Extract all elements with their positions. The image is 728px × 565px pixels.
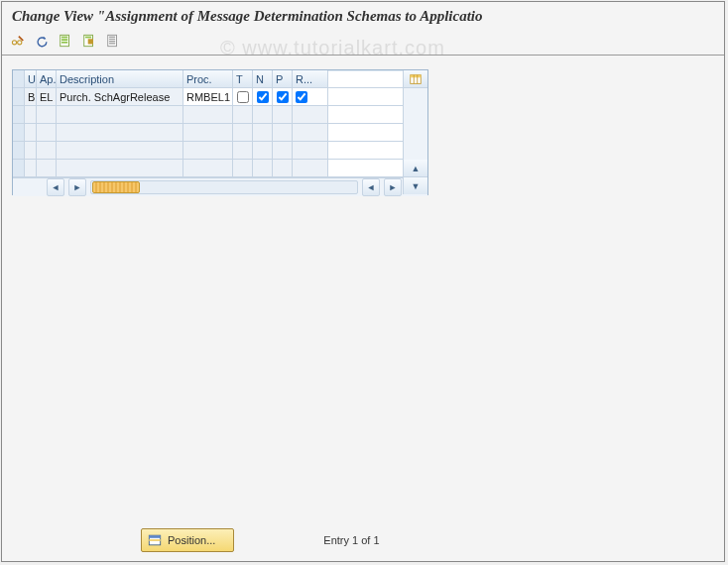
cell-ap: EL (37, 88, 57, 105)
svg-rect-15 (411, 74, 422, 77)
row-head-corner[interactable] (13, 70, 25, 87)
svg-rect-7 (85, 37, 91, 39)
hscroll-left-button[interactable]: ◄ (47, 178, 64, 196)
col-description[interactable]: Description (57, 70, 183, 87)
hscroll-right-button[interactable]: ► (68, 178, 86, 196)
page-title: Change View "Assignment of Message Deter… (2, 2, 724, 29)
svg-rect-13 (109, 43, 115, 44)
cell-t[interactable] (233, 88, 253, 105)
col-r[interactable]: R... (293, 70, 328, 87)
grid-inner: U Ap. Description Proc. T N P R... B EL … (13, 70, 427, 194)
hscroll-left2-button[interactable]: ◄ (362, 178, 380, 196)
undo-button[interactable] (32, 31, 52, 51)
svg-rect-10 (109, 37, 115, 38)
position-button-label: Position... (168, 534, 215, 546)
svg-rect-12 (109, 41, 115, 42)
table-settings-icon (409, 72, 423, 86)
table-row-empty (13, 106, 427, 124)
cell-r[interactable] (293, 88, 328, 105)
entry-status: Entry 1 of 1 (323, 534, 379, 546)
row-selector[interactable] (13, 142, 25, 159)
col-proc[interactable]: Proc. (183, 70, 233, 87)
grid-header-row: U Ap. Description Proc. T N P R... (13, 70, 427, 88)
cell-description: Purch. SchAgrRelease (57, 88, 183, 105)
vscroll-down-button[interactable]: ▼ (404, 177, 427, 194)
svg-point-1 (18, 41, 22, 45)
row-selector[interactable] (13, 124, 25, 141)
hscroll-track[interactable] (90, 180, 358, 194)
hscroll-thumb[interactable] (92, 181, 140, 193)
checkbox-r[interactable] (296, 91, 307, 103)
col-u[interactable]: U (25, 70, 37, 87)
grid-hscroll: ◄ ► ◄ ► (13, 177, 427, 196)
cell-p[interactable] (273, 88, 293, 105)
row-selector[interactable] (13, 88, 25, 105)
form-save-icon (82, 34, 96, 48)
data-grid: U Ap. Description Proc. T N P R... B EL … (12, 69, 428, 195)
col-p[interactable]: P (273, 70, 293, 87)
svg-rect-8 (88, 39, 93, 44)
select-all-button[interactable] (56, 31, 75, 51)
toolbar (2, 29, 724, 56)
checkbox-t[interactable] (237, 91, 249, 103)
table-row[interactable]: B EL Purch. SchAgrRelease RMBEL1 (13, 88, 427, 106)
app-viewport: Change View "Assignment of Message Deter… (1, 1, 725, 562)
svg-rect-4 (61, 39, 67, 41)
table-row-empty (13, 124, 427, 142)
row-selector[interactable] (13, 160, 25, 176)
deselect-all-button[interactable] (103, 31, 123, 51)
svg-rect-17 (149, 535, 160, 538)
checkbox-p[interactable] (277, 91, 289, 103)
vscroll-up-button[interactable]: ▲ (404, 160, 427, 177)
col-t[interactable]: T (233, 70, 253, 87)
col-ap[interactable]: Ap. (37, 70, 57, 87)
save-button[interactable] (79, 31, 99, 51)
svg-point-0 (12, 41, 16, 45)
checkbox-n[interactable] (257, 91, 269, 103)
glasses-pencil-icon (11, 34, 25, 48)
cell-n[interactable] (253, 88, 273, 105)
undo-icon (35, 34, 49, 48)
row-selector[interactable] (13, 106, 25, 123)
svg-rect-18 (149, 539, 160, 541)
col-n[interactable]: N (253, 70, 273, 87)
position-icon (148, 533, 162, 547)
svg-rect-5 (61, 42, 67, 44)
svg-rect-11 (109, 39, 115, 40)
grid-config-button[interactable] (404, 70, 427, 88)
form-list-icon (106, 34, 120, 48)
grid-right-column: ▲ ▼ (403, 70, 427, 194)
cell-u: B (25, 88, 37, 105)
cell-proc[interactable]: RMBEL1 (183, 88, 233, 105)
other-view-button[interactable] (8, 31, 28, 51)
hscroll-right2-button[interactable]: ► (384, 178, 402, 196)
form-green-icon (59, 34, 72, 48)
svg-rect-3 (61, 37, 67, 39)
position-button[interactable]: Position... (141, 528, 234, 552)
bottom-bar: Position... Entry 1 of 1 (2, 523, 724, 561)
table-row-empty (13, 160, 427, 177)
table-row-empty (13, 142, 427, 160)
